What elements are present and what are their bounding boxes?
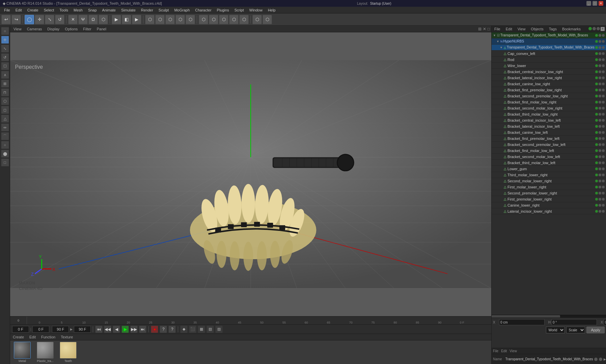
menu-snap[interactable]: Snap [85, 7, 100, 13]
obj-menu-tags[interactable]: Tags [548, 26, 558, 32]
left-tool-magnet[interactable]: ⌒ [1, 132, 9, 140]
mat-menu-edit[interactable]: Edit [28, 334, 37, 340]
left-tool-polygon[interactable]: ◻ [1, 106, 9, 114]
material-manager-button[interactable]: ⬡ [155, 15, 165, 24]
viewport-tab-options[interactable]: Options [63, 26, 80, 32]
viewport-tab-view[interactable]: View [11, 26, 24, 32]
obj-row-lower-gum[interactable]: △ Lower_gum [492, 166, 606, 172]
play-button[interactable]: ▶ [121, 326, 129, 333]
menu-plugins[interactable]: Plugins [214, 7, 232, 13]
obj-row-rod[interactable]: △ Rod [492, 57, 606, 63]
left-tool-select[interactable]: ☐ [1, 62, 9, 70]
frame-end2-input[interactable] [74, 326, 91, 333]
frame-end-input[interactable] [52, 326, 69, 333]
coord-sx-input[interactable] [604, 319, 606, 325]
viewport-lock-icon[interactable]: ✕ [483, 27, 486, 31]
move-button[interactable]: ✛ [35, 15, 44, 24]
left-tool-paint[interactable]: ⬤ [1, 150, 9, 158]
coord-mode-select[interactable]: World Object Parent [546, 327, 565, 333]
redo-button[interactable]: ↪ [11, 15, 21, 24]
anim-extra-button[interactable]: ▨ [215, 326, 223, 333]
root-object-row[interactable]: ▼ ☑ Transparent_Dental_Typodont_Teeth_Mo… [492, 32, 606, 38]
close-button[interactable]: ✕ [599, 1, 603, 6]
render-to-picture-button[interactable]: ▶ [132, 15, 141, 24]
obj-row-bracket-canine-low-left[interactable]: △ Bracket_canine_low_left [492, 129, 606, 135]
menu-render[interactable]: Render [138, 7, 156, 13]
object-tree[interactable]: △ Cap_convex_left △ Rod △ Wire_lower △ B… [492, 51, 606, 315]
record-button[interactable]: ● [151, 326, 158, 333]
polygon-mode-button[interactable]: ⬡ [99, 15, 108, 24]
obj-manager-expand-button[interactable]: ≡ [601, 27, 605, 31]
background-button[interactable]: ⬡ [239, 15, 249, 24]
record-rot-button[interactable]: ? [168, 326, 176, 333]
viewport-3d[interactable]: Perspective X Y Z MAXON CINEMA 4D [10, 32, 491, 316]
foreground-button[interactable]: ⬡ [229, 15, 239, 24]
play-reverse-button[interactable]: ◀ [113, 326, 120, 333]
obj-tree-scrollbar[interactable] [492, 315, 606, 317]
viewport-tab-cameras[interactable]: Cameras [25, 26, 44, 32]
obj-row-second-molar-lower-right[interactable]: △ Second_molar_lower_right [492, 178, 606, 184]
obj-row-third-molar-lower-right[interactable]: △ Third_molar_lower_right [492, 172, 606, 178]
camera-button[interactable]: ⬡ [252, 15, 262, 24]
apply-button[interactable]: Apply [586, 327, 605, 333]
menu-tools[interactable]: Tools [57, 7, 71, 13]
obj-row-second-premolar-lower-right[interactable]: △ Second_premolar_lower_right [492, 190, 606, 196]
sky-button[interactable]: ⬡ [209, 15, 218, 24]
menu-character[interactable]: Character [192, 7, 214, 13]
coord-h-input[interactable] [551, 319, 597, 325]
floor-button[interactable]: ⬡ [199, 15, 208, 24]
menu-simulate[interactable]: Simulate [118, 7, 138, 13]
menu-edit[interactable]: Edit [13, 7, 25, 13]
keyframe-button[interactable]: ◆ [180, 326, 188, 333]
current-frame-input[interactable] [12, 326, 29, 333]
left-tool-knife[interactable]: ∧ [1, 71, 9, 79]
transform-mode-select[interactable]: Scale Move Rotate [566, 327, 585, 333]
obj-row-bracket-first-molar-low-left[interactable]: △ Bracket_first_molar_low_left [492, 148, 606, 154]
menu-select[interactable]: Select [41, 7, 57, 13]
hypernurbs-row[interactable]: ▼ N HyperNURBS [492, 38, 606, 44]
menu-mograph[interactable]: MoGraph [171, 7, 192, 13]
left-tool-loop[interactable]: ⬡ [1, 97, 9, 105]
go-prev-key-button[interactable]: ◀◀ [104, 326, 111, 333]
obj-menu-view[interactable]: View [516, 26, 527, 32]
bottom-file-menu[interactable]: File [493, 349, 498, 353]
left-tool-bevel[interactable]: ⊓ [1, 88, 9, 96]
material-metal[interactable]: Metal [12, 342, 32, 363]
obj-row-canine-lower-right[interactable]: △ Canine_lower_right [492, 202, 606, 208]
render-region-button[interactable]: ◧ [122, 15, 131, 24]
bottom-view-menu[interactable]: View [509, 349, 517, 353]
obj-row-bracket-third-molar-low-left[interactable]: △ Bracket_third_molar_low_left [492, 160, 606, 166]
left-tool-rotate[interactable]: ↺ [1, 53, 9, 61]
mat-menu-create[interactable]: Create [11, 334, 25, 340]
obj-row-bracket-canine-low-right[interactable]: △ Bracket_canine_low_right [492, 81, 606, 87]
mat-menu-function[interactable]: Function [40, 334, 57, 340]
left-tool-object[interactable]: ○ [1, 27, 9, 35]
main-object-row[interactable]: ▼ △ Transparent_Dental_Typodont_Teeth_Mo… [492, 44, 606, 51]
go-next-key-button[interactable]: ▶▶ [130, 326, 138, 333]
material-plastic[interactable]: Plastic_tra... [35, 342, 55, 363]
left-tool-scale[interactable]: ⤡ [1, 44, 9, 53]
viewport-maximize-icon[interactable]: ⊞ [478, 27, 481, 31]
obj-row-bracket-second-premolar-low-left[interactable]: △ Bracket_second_premolar_low_left [492, 142, 606, 148]
obj-row-bracket-third-molar-low-right[interactable]: △ Bracket_third_molar_low_right [492, 111, 606, 117]
menu-sculpt[interactable]: Sculpt [156, 7, 172, 13]
record-pos-button[interactable]: ? [160, 326, 167, 333]
material-teeth[interactable]: Teeth [58, 342, 78, 363]
go-start-button[interactable]: ⏮ [95, 326, 103, 333]
viewport-tab-display[interactable]: Display [45, 26, 61, 32]
undo-button[interactable]: ↩ [1, 15, 11, 24]
go-end-button[interactable]: ⏭ [139, 326, 146, 333]
viewport-tab-filter[interactable]: Filter [81, 26, 93, 32]
obj-row-lateral-incisor-lower-right[interactable]: △ Lateral_incisor_lower_right [492, 208, 606, 214]
obj-menu-bookmarks[interactable]: Bookmarks [561, 26, 582, 32]
object-manager-button[interactable]: ⬡ [145, 15, 155, 24]
menu-window[interactable]: Window [247, 7, 265, 13]
menu-file[interactable]: File [1, 7, 13, 13]
obj-menu-objects[interactable]: Objects [529, 26, 545, 32]
left-tool-weld[interactable]: ○ [1, 141, 9, 149]
script-manager-button[interactable]: ⬡ [186, 15, 195, 24]
obj-row-wire-lower[interactable]: △ Wire_lower [492, 63, 606, 69]
edges-mode-button[interactable]: Ω [88, 15, 98, 24]
timeline-button[interactable]: ⬡ [165, 15, 175, 24]
environment-button[interactable]: ⬡ [219, 15, 228, 24]
